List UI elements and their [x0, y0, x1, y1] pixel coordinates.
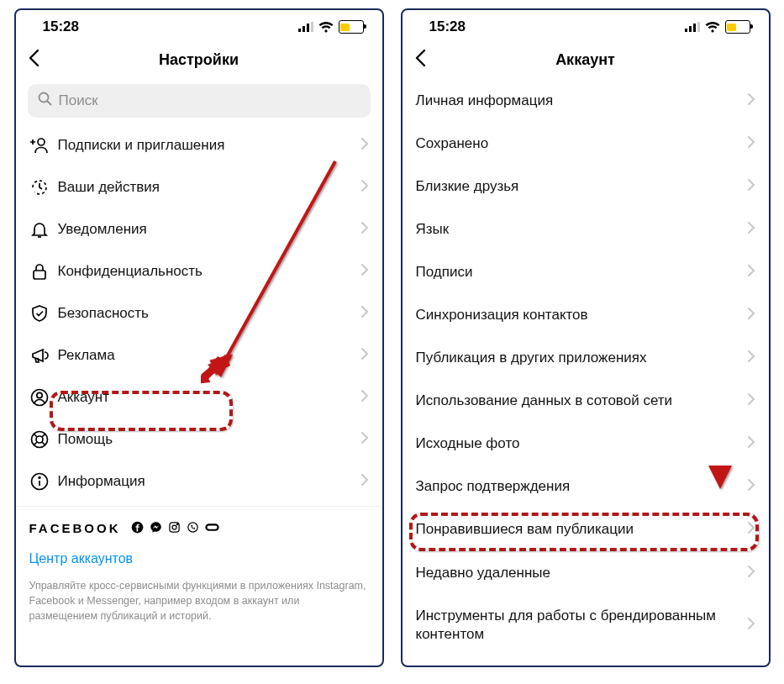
menu-item-personal-info[interactable]: Личная информация — [403, 79, 769, 122]
chevron-right-icon — [360, 431, 369, 448]
menu-item-your-activity[interactable]: Ваши действия — [16, 166, 382, 208]
chevron-right-icon — [747, 178, 755, 195]
chevron-right-icon — [747, 435, 755, 452]
menu-label: Инструменты для работы с брендированным … — [416, 607, 747, 644]
chevron-right-icon — [360, 263, 369, 280]
menu-label: Публикация в других приложениях — [416, 349, 747, 367]
menu-item-cellular-data[interactable]: Использование данных в сотовой сети — [403, 380, 769, 423]
search-input[interactable]: Поиск — [28, 84, 371, 118]
menu-label: Подписи — [416, 263, 747, 281]
svg-rect-0 — [298, 29, 301, 32]
brand-icons — [131, 521, 219, 536]
chevron-right-icon — [747, 392, 755, 409]
menu-label: Синхронизация контактов — [416, 306, 747, 324]
status-bar: 15:28 — [16, 10, 382, 39]
settings-menu: Подписки и приглашения Ваши действия Уве… — [16, 124, 382, 502]
svg-point-20 — [39, 477, 40, 479]
menu-item-about[interactable]: Информация — [16, 460, 382, 502]
svg-rect-33 — [689, 26, 692, 32]
chevron-right-icon — [747, 92, 755, 109]
battery-icon — [725, 20, 750, 34]
menu-label: Помощь — [55, 431, 360, 448]
status-time: 15:28 — [429, 18, 466, 35]
chevron-right-icon — [747, 307, 755, 324]
svg-point-25 — [188, 523, 197, 532]
account-menu: Личная информация Сохранено Близкие друз… — [403, 79, 769, 655]
wifi-icon — [705, 22, 720, 33]
menu-item-security[interactable]: Безопасность — [16, 292, 382, 334]
nav-header: Настройки — [16, 39, 382, 79]
svg-rect-3 — [311, 22, 313, 32]
svg-point-4 — [39, 93, 48, 103]
chevron-right-icon — [747, 135, 755, 152]
menu-item-notifications[interactable]: Уведомления — [16, 208, 382, 250]
whatsapp-icon — [187, 521, 199, 536]
chevron-right-icon — [360, 473, 369, 490]
svg-line-5 — [47, 102, 50, 105]
svg-line-15 — [42, 434, 45, 437]
menu-item-help[interactable]: Помощь — [16, 418, 382, 460]
menu-item-original-photos[interactable]: Исходные фото — [403, 423, 769, 466]
menu-label: Недавно удаленные — [416, 564, 747, 582]
chevron-right-icon — [747, 350, 755, 366]
menu-item-sharing-other-apps[interactable]: Публикация в других приложениях — [403, 337, 769, 380]
chevron-right-icon — [360, 137, 369, 154]
menu-label: Понравившиеся вам публикации — [416, 520, 747, 539]
menu-label: Аккаунт — [55, 389, 360, 406]
menu-item-privacy[interactable]: Конфиденциальность — [16, 250, 382, 292]
chevron-right-icon — [360, 347, 369, 364]
menu-item-close-friends[interactable]: Близкие друзья — [403, 165, 769, 208]
menu-item-recently-deleted[interactable]: Недавно удаленные — [403, 551, 769, 594]
shield-icon — [29, 303, 55, 324]
cellular-signal-icon — [298, 22, 313, 32]
clock-activity-icon — [29, 177, 55, 197]
menu-label: Конфиденциальность — [55, 263, 360, 280]
chevron-right-icon — [747, 521, 755, 538]
menu-item-language[interactable]: Язык — [403, 208, 769, 250]
accounts-center-link[interactable]: Центр аккаунтов — [29, 551, 369, 566]
phone-account: 15:28 Аккаунт Личная информация Сохранен… — [401, 8, 771, 667]
search-icon — [38, 92, 52, 110]
menu-label: Ваши действия — [55, 179, 360, 196]
status-indicators — [298, 20, 364, 34]
bell-icon — [29, 219, 55, 239]
chevron-right-icon — [360, 389, 369, 406]
chevron-right-icon — [360, 221, 369, 238]
battery-icon — [339, 20, 364, 34]
menu-item-captions[interactable]: Подписи — [403, 250, 769, 293]
menu-label: Подписки и приглашения — [55, 137, 360, 154]
svg-line-14 — [34, 434, 37, 437]
menu-item-posts-liked[interactable]: Понравившиеся вам публикации — [403, 508, 769, 551]
menu-item-contacts-sync[interactable]: Синхронизация контактов — [403, 293, 769, 336]
footer-block: FACEBOOK Центр аккаунтов Управляйте крос… — [16, 507, 382, 639]
menu-item-branded-content[interactable]: Инструменты для работы с брендированным … — [403, 594, 769, 655]
menu-item-follow-invite[interactable]: Подписки и приглашения — [16, 124, 382, 166]
menu-label: Личная информация — [416, 92, 747, 110]
chevron-right-icon — [747, 264, 755, 281]
svg-rect-32 — [685, 29, 687, 32]
lock-icon — [29, 261, 55, 281]
chevron-right-icon — [360, 305, 369, 322]
info-icon — [29, 471, 55, 492]
menu-label: Сохранено — [416, 134, 747, 153]
megaphone-icon — [29, 345, 55, 366]
menu-item-verification[interactable]: Запрос подтверждения — [403, 466, 769, 508]
menu-label: Уведомления — [55, 221, 360, 238]
search-placeholder: Поиск — [59, 92, 98, 109]
menu-label: Близкие друзья — [416, 177, 747, 196]
page-title: Настройки — [28, 51, 371, 69]
menu-item-saved[interactable]: Сохранено — [403, 122, 769, 165]
menu-item-ads[interactable]: Реклама — [16, 334, 382, 376]
menu-item-account[interactable]: Аккаунт — [16, 376, 382, 418]
menu-label: Безопасность — [55, 305, 360, 322]
menu-label: Запрос подтверждения — [416, 477, 747, 496]
menu-label: Реклама — [55, 347, 360, 364]
instagram-icon — [168, 521, 181, 536]
chevron-right-icon — [360, 179, 369, 196]
nav-header: Аккаунт — [403, 39, 769, 79]
svg-point-6 — [38, 139, 45, 145]
page-title: Аккаунт — [414, 51, 757, 69]
menu-label: Использование данных в сотовой сети — [416, 392, 747, 410]
brand-label: FACEBOOK — [29, 521, 121, 535]
svg-rect-9 — [34, 271, 45, 279]
